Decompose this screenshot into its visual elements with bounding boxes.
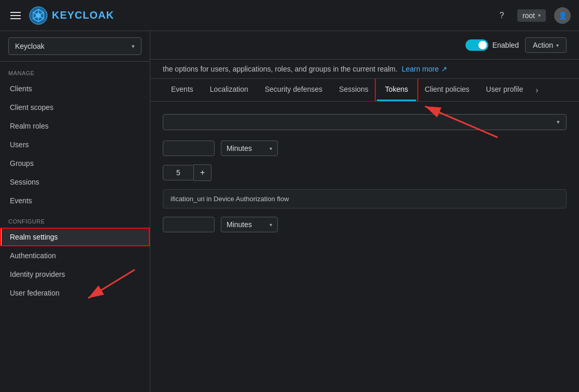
sidebar-item-authentication[interactable]: Authentication <box>0 246 150 265</box>
content-dropdown-chevron-icon: ▾ <box>557 119 560 125</box>
external-link-icon: ↗ <box>441 65 447 73</box>
user-name: root <box>522 11 535 20</box>
description-text: the options for users, applications, rol… <box>163 65 398 73</box>
form1-unit-chevron-icon: ▾ <box>270 146 272 151</box>
navbar: KEYCLOAK ? root ▾ 👤 <box>0 0 579 31</box>
content-dropdown[interactable]: ▾ <box>163 114 567 130</box>
description-bar: the options for users, applications, rol… <box>150 60 579 79</box>
tab-user-profile[interactable]: User profile <box>478 79 532 101</box>
logo: KEYCLOAK <box>29 6 114 25</box>
sidebar-item-realm-settings[interactable]: Realm settings <box>0 228 150 246</box>
form1-unit-label: Minutes <box>227 144 252 152</box>
tab-events[interactable]: Events <box>163 79 202 101</box>
sidebar-item-groups[interactable]: Groups <box>0 154 150 173</box>
help-button[interactable]: ? <box>495 8 509 23</box>
sidebar-item-identity-providers[interactable]: Identity providers <box>0 265 150 284</box>
info-text: ification_uri in Device Authorization fl… <box>171 195 289 203</box>
app-name: KEYCLOAK <box>52 9 114 21</box>
sidebar-item-user-federation[interactable]: User federation <box>0 284 150 302</box>
user-dropdown[interactable]: root ▾ <box>517 9 546 22</box>
navbar-left: KEYCLOAK <box>8 6 114 25</box>
tab-tokens[interactable]: Tokens <box>377 79 416 101</box>
hamburger-menu-icon[interactable] <box>8 10 23 21</box>
sidebar-item-users[interactable]: Users <box>0 135 150 154</box>
form-row-2: Minutes ▾ <box>163 217 567 232</box>
form1-unit-dropdown[interactable]: Minutes ▾ <box>221 141 278 156</box>
content-area: ▾ Minutes ▾ 5 + ification_uri in <box>150 102 579 253</box>
sidebar: Keycloak ▾ Manage Clients Client scopes … <box>0 31 150 392</box>
main-content: Enabled Action ▾ the options for users, … <box>150 31 579 392</box>
layout: Keycloak ▾ Manage Clients Client scopes … <box>0 31 579 392</box>
form2-unit-label: Minutes <box>227 220 252 229</box>
sidebar-item-realm-roles[interactable]: Realm roles <box>0 117 150 135</box>
configure-section-label: Configure <box>0 210 150 228</box>
enabled-toggle-switch[interactable] <box>465 39 488 51</box>
main-header: Enabled Action ▾ <box>150 31 579 60</box>
form2-unit-dropdown[interactable]: Minutes ▾ <box>221 217 278 232</box>
realm-name: Keycloak <box>15 42 45 50</box>
realm-selector: Keycloak ▾ <box>0 31 150 62</box>
action-button[interactable]: Action ▾ <box>525 37 567 53</box>
tabs-scroll-right-icon[interactable]: › <box>531 79 542 101</box>
tabs: Events Localization Security defenses Se… <box>150 79 579 102</box>
svg-point-5 <box>36 13 41 18</box>
tab-client-policies[interactable]: Client policies <box>416 79 477 101</box>
enabled-toggle: Enabled <box>465 39 519 51</box>
sidebar-item-events[interactable]: Events <box>0 191 150 210</box>
tab-sessions[interactable]: Sessions <box>331 79 377 101</box>
stepper-row: 5 + <box>163 164 567 181</box>
user-dropdown-chevron-icon: ▾ <box>538 12 541 18</box>
tab-localization[interactable]: Localization <box>202 79 257 101</box>
manage-section-label: Manage <box>0 62 150 79</box>
stepper-increment-button[interactable]: + <box>194 164 211 181</box>
learn-more-link[interactable]: Learn more ↗ <box>402 65 447 73</box>
avatar: 👤 <box>554 7 571 24</box>
form2-unit-chevron-icon: ▾ <box>270 222 272 228</box>
stepper: 5 + <box>163 164 211 181</box>
tab-security-defenses[interactable]: Security defenses <box>257 79 331 101</box>
action-label: Action <box>533 41 553 49</box>
enabled-label: Enabled <box>492 41 519 49</box>
stepper-value: 5 <box>163 165 194 180</box>
sidebar-item-client-scopes[interactable]: Client scopes <box>0 98 150 117</box>
realm-dropdown-chevron-icon: ▾ <box>132 43 135 50</box>
action-chevron-icon: ▾ <box>556 43 559 48</box>
sidebar-item-clients[interactable]: Clients <box>0 79 150 98</box>
form1-input[interactable] <box>163 141 215 156</box>
form-row-1: Minutes ▾ <box>163 141 567 156</box>
content-row-dropdown: ▾ <box>163 114 567 130</box>
learn-more-label: Learn more <box>402 65 439 73</box>
realm-dropdown[interactable]: Keycloak ▾ <box>8 37 142 55</box>
form2-input[interactable] <box>163 217 215 232</box>
navbar-right: ? root ▾ 👤 <box>495 7 571 24</box>
info-row: ification_uri in Device Authorization fl… <box>163 189 567 208</box>
keycloak-logo-icon <box>29 6 48 25</box>
sidebar-item-sessions[interactable]: Sessions <box>0 173 150 191</box>
